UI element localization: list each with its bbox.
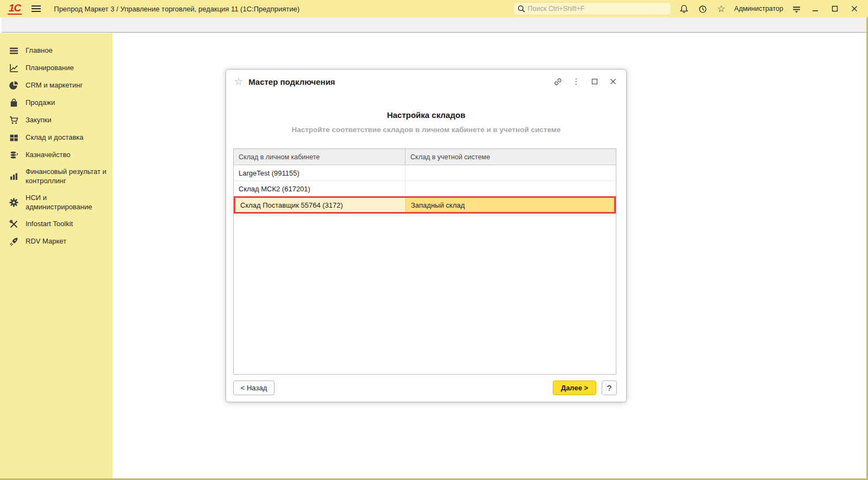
- coins-icon: [9, 150, 18, 160]
- sidebar-item-treasury[interactable]: Казначейство: [0, 146, 113, 164]
- favorites-star-icon[interactable]: ☆: [716, 3, 727, 14]
- main-menu-icon[interactable]: [32, 5, 41, 12]
- next-button[interactable]: Далее >: [553, 381, 596, 395]
- column-header-cabinet[interactable]: Склад в личном кабинете: [234, 149, 405, 165]
- table-header-row: Склад в личном кабинете Склад в учетной …: [234, 149, 616, 165]
- history-icon[interactable]: [697, 3, 708, 14]
- sidebar-item-label: Закупки: [26, 116, 51, 125]
- 1c-logo[interactable]: 1С: [8, 3, 22, 15]
- sidebar-item-label: Финансовый результат и контроллинг: [26, 167, 107, 186]
- minimize-button[interactable]: [809, 3, 821, 14]
- search-icon: [517, 4, 526, 13]
- sidebar-item-crm[interactable]: CRM и маркетинг: [0, 77, 113, 94]
- cart-icon: [9, 115, 18, 125]
- open-windows-bar: [2, 17, 866, 33]
- maximize-button[interactable]: [829, 3, 841, 14]
- current-user[interactable]: Администратор: [734, 5, 783, 13]
- sidebar-item-label: Склад и доставка: [26, 133, 84, 142]
- column-header-system[interactable]: Склад в учетной системе: [405, 149, 616, 165]
- search-input[interactable]: [528, 5, 667, 13]
- warehouse-icon: [9, 133, 18, 142]
- sidebar-item-label: Infostart Toolkit: [26, 220, 73, 229]
- rocket-icon: [9, 237, 18, 247]
- cabinet-warehouse-cell[interactable]: Склад Поставщик 55764 (3172): [235, 198, 406, 212]
- service-menu-icon[interactable]: [791, 3, 802, 14]
- close-button[interactable]: [848, 3, 860, 14]
- window-title: Препрод Маркет 3 / Управление торговлей,…: [54, 5, 299, 13]
- tools-icon: [9, 220, 18, 229]
- sections-panel: Главное Планирование CRM и маркетинг Про…: [0, 33, 113, 478]
- dialog-close-icon[interactable]: [608, 76, 619, 87]
- cabinet-warehouse-cell[interactable]: LargeTest (991155): [234, 165, 405, 180]
- dialog-maximize-icon[interactable]: [589, 76, 600, 87]
- sidebar-item-label: Главное: [26, 46, 53, 55]
- sidebar-item-purchases[interactable]: Закупки: [0, 111, 113, 129]
- pie-chart-icon: [9, 80, 18, 90]
- shopping-bag-icon: [9, 98, 18, 108]
- gear-icon: [9, 198, 18, 208]
- link-icon[interactable]: [552, 76, 563, 87]
- table-row[interactable]: Склад МСК2 (617201): [234, 181, 616, 197]
- sidebar-item-planning[interactable]: Планирование: [0, 59, 113, 77]
- sidebar-item-main[interactable]: Главное: [0, 42, 113, 59]
- system-warehouse-cell[interactable]: Западный склад: [406, 198, 614, 212]
- table-row-selected[interactable]: Склад Поставщик 55764 (3172) Западный ск…: [234, 196, 616, 214]
- back-button[interactable]: < Назад: [233, 381, 274, 395]
- page-subtitle: Настройте соответствие складов в личном …: [226, 126, 626, 134]
- dialog-title: Мастер подключения: [248, 77, 335, 86]
- notifications-bell-icon[interactable]: [679, 3, 690, 14]
- sidebar-item-infostart[interactable]: Infostart Toolkit: [0, 216, 113, 233]
- sidebar-item-label: НСИ и администрирование: [26, 194, 107, 212]
- sidebar-item-label: RDV Маркет: [26, 237, 66, 246]
- favorite-star-icon[interactable]: ☆: [234, 76, 243, 88]
- app-window: 1С Препрод Маркет 3 / Управление торговл…: [0, 0, 868, 480]
- page-title: Настройка складов: [226, 110, 626, 120]
- sidebar-item-sales[interactable]: Продажи: [0, 94, 113, 111]
- sidebar-item-finance[interactable]: Финансовый результат и контроллинг: [0, 164, 113, 190]
- dialog-header: ☆ Мастер подключения ⋮: [226, 70, 626, 93]
- sidebar-item-label: CRM и маркетинг: [26, 81, 83, 90]
- system-warehouse-cell[interactable]: [405, 165, 616, 180]
- sidebar-item-warehouse[interactable]: Склад и доставка: [0, 129, 113, 146]
- global-search[interactable]: [514, 2, 671, 15]
- cabinet-warehouse-cell[interactable]: Склад МСК2 (617201): [234, 181, 405, 196]
- bar-chart-icon: [9, 172, 18, 182]
- titlebar-right: ☆ Администратор: [514, 2, 868, 15]
- system-warehouse-cell[interactable]: [405, 181, 616, 196]
- sidebar-item-label: Планирование: [26, 64, 74, 73]
- sidebar-item-rdv-market[interactable]: RDV Маркет: [0, 233, 113, 251]
- warehouse-mapping-table: Склад в личном кабинете Склад в учетной …: [233, 148, 616, 375]
- table-row[interactable]: LargeTest (991155): [234, 165, 616, 181]
- sidebar-item-label: Продажи: [26, 98, 55, 108]
- connection-wizard-dialog: ☆ Мастер подключения ⋮ Настройка складов…: [226, 69, 627, 402]
- planning-icon: [9, 63, 18, 73]
- help-button[interactable]: ?: [602, 381, 617, 395]
- sidebar-item-nsi-admin[interactable]: НСИ и администрирование: [0, 190, 113, 216]
- menu-icon: [9, 46, 18, 55]
- sidebar-item-label: Казначейство: [26, 151, 70, 160]
- title-bar: 1С Препрод Маркет 3 / Управление торговл…: [0, 0, 868, 17]
- more-actions-icon[interactable]: ⋮: [571, 76, 582, 87]
